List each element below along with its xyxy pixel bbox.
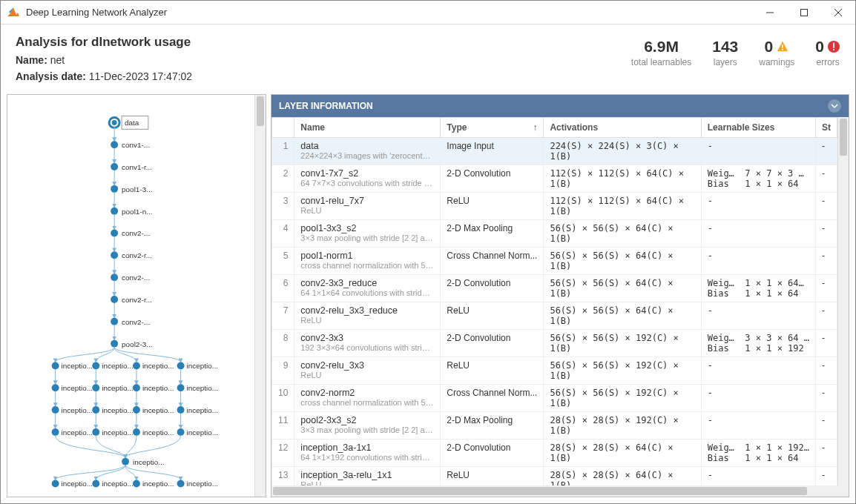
- row-index: 5: [272, 248, 294, 275]
- table-row[interactable]: 12 inception_3a-1x164 1×1×192 convolutio…: [272, 440, 837, 467]
- close-button[interactable]: [821, 1, 855, 24]
- table-horizontal-scrollbar[interactable]: [271, 485, 849, 497]
- svg-text:pool1-3...: pool1-3...: [122, 185, 152, 193]
- row-learnable: -: [701, 248, 815, 275]
- page-title: Analysis for dlnetwork usage: [16, 35, 192, 50]
- row-index: 6: [272, 275, 294, 302]
- row-index: 12: [272, 440, 294, 467]
- svg-text:inceptio...: inceptio...: [142, 384, 174, 392]
- row-learnable: -: [701, 357, 815, 385]
- table-row[interactable]: 13 inception_3a-relu_1x1ReLU ReLU 28(S) …: [272, 467, 837, 486]
- svg-text:conv2-r...: conv2-r...: [122, 251, 152, 259]
- row-name: conv2-3x3192 3×3×64 convolutions with st…: [294, 330, 441, 357]
- row-type: 2-D Convolution: [441, 440, 544, 467]
- row-index: 9: [272, 357, 294, 385]
- col-type[interactable]: Type↑: [441, 118, 544, 138]
- svg-text:inceptio...: inceptio...: [187, 362, 219, 370]
- row-index: 11: [272, 412, 294, 440]
- table-row[interactable]: 11 pool2-3x3_s23×3 max pooling with stri…: [272, 412, 837, 440]
- table-row[interactable]: 1 data224×224×3 images with 'zerocenter'…: [272, 138, 837, 165]
- svg-point-26: [111, 230, 118, 237]
- col-index[interactable]: [272, 118, 294, 138]
- row-activations: 56(S) × 56(S) × 64(C) × 1(B): [544, 248, 701, 275]
- svg-text:inceptio...: inceptio...: [142, 406, 174, 414]
- table-row[interactable]: 2 conv1-7x7_s264 7×7×3 convolutions with…: [272, 165, 837, 193]
- svg-text:pool1-n...: pool1-n...: [122, 208, 152, 216]
- svg-point-65: [133, 362, 140, 369]
- table-row[interactable]: 10 conv2-norm2cross channel normalizatio…: [272, 385, 837, 412]
- table-row[interactable]: 5 pool1-norm1cross channel normalization…: [272, 248, 837, 275]
- network-name: Name: net: [16, 54, 192, 66]
- row-name: inception_3a-1x164 1×1×192 convolutions …: [294, 440, 441, 467]
- row-states: -: [816, 302, 837, 330]
- svg-point-14: [111, 141, 118, 148]
- row-activations: 56(S) × 56(S) × 192(C) × 1(B): [544, 385, 701, 412]
- table-row[interactable]: 4 pool1-3x3_s23×3 max pooling with strid…: [272, 220, 837, 248]
- row-activations: 56(S) × 56(S) × 64(C) × 1(B): [544, 275, 701, 302]
- row-name: conv1-relu_7x7ReLU: [294, 193, 441, 220]
- svg-point-20: [111, 185, 118, 193]
- row-name: conv2-3x3_reduce64 1×1×64 convolutions w…: [294, 275, 441, 302]
- col-learnable[interactable]: Learnable Sizes: [701, 118, 815, 138]
- svg-point-46: [52, 384, 59, 391]
- svg-text:inceptio...: inceptio...: [62, 428, 93, 437]
- svg-point-43: [52, 362, 59, 369]
- row-type: 2-D Convolution: [441, 275, 544, 302]
- svg-text:inceptio...: inceptio...: [102, 384, 134, 392]
- row-activations: 112(S) × 112(S) × 64(C) × 1(B): [544, 165, 701, 193]
- row-name: conv2-relu_3x3ReLU: [294, 357, 441, 385]
- table-vertical-scrollbar[interactable]: [837, 117, 849, 485]
- row-index: 8: [272, 330, 294, 357]
- table-row[interactable]: 7 conv2-relu_3x3_reduceReLU ReLU 56(S) ×…: [272, 302, 837, 330]
- maximize-button[interactable]: [787, 1, 821, 24]
- svg-text:inceptio...: inceptio...: [187, 480, 219, 488]
- row-name: pool2-3x3_s23×3 max pooling with stride …: [294, 412, 441, 440]
- table-row[interactable]: 6 conv2-3x3_reduce64 1×1×64 convolutions…: [272, 275, 837, 302]
- svg-point-10: [112, 120, 117, 125]
- layer-table[interactable]: Name Type↑ Activations Learnable Sizes S…: [271, 117, 837, 485]
- row-name: conv2-norm2cross channel normalization w…: [294, 385, 441, 412]
- svg-text:inceptio...: inceptio...: [62, 406, 93, 414]
- svg-point-60: [92, 406, 99, 414]
- row-activations: 112(S) × 112(S) × 64(C) × 1(B): [544, 193, 701, 220]
- section-menu-icon[interactable]: [828, 99, 841, 113]
- metric-errors: 0 errors: [815, 38, 840, 67]
- graph-pane[interactable]: dataconv1-...conv1-r...pool1-3...pool1-n…: [7, 94, 266, 497]
- svg-text:inceptio...: inceptio...: [187, 384, 219, 392]
- col-states[interactable]: St: [816, 118, 837, 138]
- svg-point-68: [133, 384, 140, 391]
- svg-point-79: [177, 384, 185, 391]
- row-type: 2-D Max Pooling: [441, 220, 544, 248]
- svg-text:inceptio...: inceptio...: [62, 384, 93, 392]
- graph-scrollbar[interactable]: [254, 95, 266, 497]
- row-name: conv2-relu_3x3_reduceReLU: [294, 302, 441, 330]
- row-activations: 28(S) × 28(S) × 192(C) × 1(B): [544, 412, 701, 440]
- svg-text:inceptio...: inceptio...: [142, 480, 174, 488]
- table-row[interactable]: 3 conv1-relu_7x7ReLU ReLU 112(S) × 112(S…: [272, 193, 837, 220]
- network-graph[interactable]: dataconv1-...conv1-r...pool1-3...pool1-n…: [7, 95, 254, 497]
- svg-text:conv2-r...: conv2-r...: [122, 296, 152, 304]
- col-activations[interactable]: Activations: [544, 118, 701, 138]
- table-row[interactable]: 8 conv2-3x3192 3×3×64 convolutions with …: [272, 330, 837, 357]
- row-learnable: Weig… 1 × 1 × 64… Bias 1 × 1 × 64: [701, 275, 815, 302]
- row-type: 2-D Convolution: [441, 165, 544, 193]
- svg-text:inceptio...: inceptio...: [62, 480, 93, 488]
- row-learnable: -: [701, 193, 815, 220]
- row-index: 3: [272, 193, 294, 220]
- row-states: -: [816, 275, 837, 302]
- sort-arrow-icon: ↑: [533, 122, 537, 133]
- col-name[interactable]: Name: [294, 118, 441, 138]
- row-name: inception_3a-relu_1x1ReLU: [294, 467, 441, 486]
- svg-point-76: [177, 362, 185, 369]
- table-row[interactable]: 9 conv2-relu_3x3ReLU ReLU 56(S) × 56(S) …: [272, 357, 837, 385]
- svg-point-52: [52, 428, 59, 436]
- metric-learnables: 6.9M total learnables: [631, 38, 691, 67]
- svg-point-23: [111, 208, 118, 215]
- row-states: -: [816, 467, 837, 486]
- error-icon: [827, 40, 840, 53]
- minimize-button[interactable]: [753, 1, 787, 24]
- row-index: 2: [272, 165, 294, 193]
- row-states: -: [816, 165, 837, 193]
- svg-point-82: [177, 406, 185, 414]
- svg-point-74: [133, 428, 140, 436]
